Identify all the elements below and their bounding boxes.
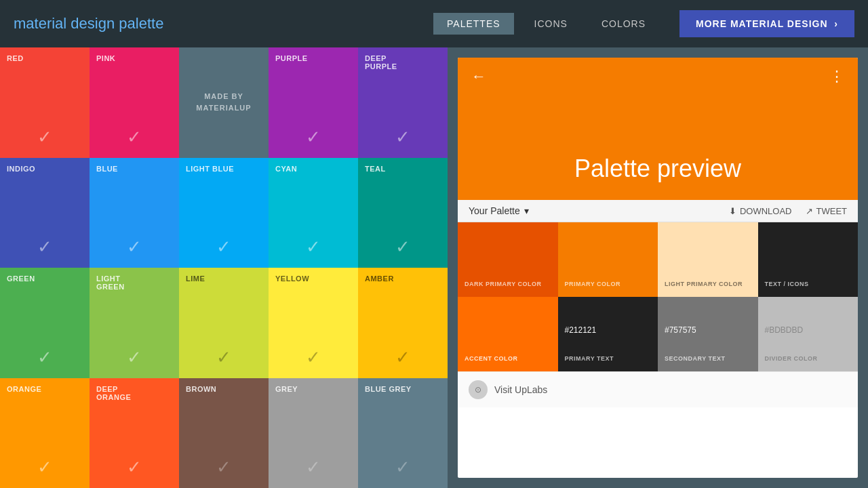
- color-light-green[interactable]: LIGHTGREEN ✓: [90, 268, 179, 378]
- visit-uplabs[interactable]: ⊙ Visit UpLabs: [458, 371, 858, 407]
- color-brown[interactable]: BROWN ✓: [179, 378, 269, 489]
- color-blue-grey[interactable]: BLUE GREY ✓: [358, 378, 448, 489]
- back-icon[interactable]: ←: [471, 68, 486, 85]
- header: material design palette PALETTES ICONS C…: [0, 0, 868, 47]
- app-title: material design palette: [14, 15, 433, 33]
- swatch-primary-text[interactable]: #212121 PRIMARY TEXT: [558, 297, 658, 371]
- color-grey[interactable]: GREY ✓: [269, 378, 358, 489]
- title-plain: material design: [14, 15, 119, 32]
- swatches-row-2: ACCENT COLOR #212121 PRIMARY TEXT #75757…: [458, 297, 858, 371]
- preview-card: ← ⋮ Palette preview Your Palette ▾ ⬇ DOW…: [458, 58, 858, 478]
- color-red[interactable]: RED ✓: [0, 47, 90, 158]
- title-accent: palette: [119, 15, 163, 32]
- chevron-down-icon: ▾: [524, 205, 529, 216]
- main-content: RED ✓ PINK ✓ MADE BYMATERIALUP PURPLE ✓ …: [0, 47, 868, 488]
- toolbar-actions: ⬇ DOWNLOAD ↗ TWEET: [729, 206, 847, 216]
- uplabs-icon: ⊙: [469, 380, 488, 399]
- preview-header-row: ← ⋮: [471, 68, 844, 85]
- swatch-text-icons[interactable]: TEXT / ICONS: [758, 222, 859, 297]
- swatch-dark-primary[interactable]: DARK PRIMARY COLOR: [458, 222, 558, 297]
- color-light-blue[interactable]: LIGHT BLUE ✓: [179, 158, 269, 268]
- download-button[interactable]: ⬇ DOWNLOAD: [729, 206, 792, 216]
- color-orange[interactable]: ORANGE ✓: [0, 378, 90, 489]
- cta-button[interactable]: MORE MATERIAL DESIGN ›: [679, 10, 854, 37]
- color-deep-orange[interactable]: DEEPORANGE ✓: [90, 378, 179, 489]
- right-panel: ← ⋮ Palette preview Your Palette ▾ ⬇ DOW…: [448, 47, 868, 488]
- made-by-cell: MADE BYMATERIALUP: [179, 47, 269, 158]
- tweet-button[interactable]: ↗ TWEET: [806, 206, 848, 216]
- color-palette-grid: RED ✓ PINK ✓ MADE BYMATERIALUP PURPLE ✓ …: [0, 47, 448, 488]
- visit-uplabs-label: Visit UpLabs: [494, 384, 547, 395]
- preview-header: ← ⋮ Palette preview: [458, 58, 858, 200]
- color-cyan[interactable]: CYAN ✓: [269, 158, 358, 268]
- color-purple[interactable]: PURPLE ✓: [269, 47, 358, 158]
- swatch-primary[interactable]: PRIMARY COLOR: [558, 222, 658, 297]
- nav-buttons: PALETTES ICONS COLORS MORE MATERIAL DESI…: [433, 10, 854, 37]
- more-icon[interactable]: ⋮: [829, 68, 844, 85]
- share-icon: ↗: [806, 206, 813, 216]
- color-green[interactable]: GREEN ✓: [0, 268, 90, 378]
- preview-toolbar: Your Palette ▾ ⬇ DOWNLOAD ↗ TWEET: [458, 200, 858, 222]
- swatches-row-1: DARK PRIMARY COLOR PRIMARY COLOR LIGHT P…: [458, 222, 858, 297]
- color-blue[interactable]: BLUE ✓: [90, 158, 179, 268]
- swatch-secondary-text[interactable]: #757575 SECONDARY TEXT: [658, 297, 758, 371]
- palette-select[interactable]: Your Palette ▾: [469, 205, 529, 216]
- preview-title: Palette preview: [471, 141, 844, 190]
- color-indigo[interactable]: INDIGO ✓: [0, 158, 90, 268]
- nav-colors[interactable]: COLORS: [588, 13, 659, 35]
- nav-palettes[interactable]: PALETTES: [433, 13, 514, 35]
- nav-icons[interactable]: ICONS: [521, 13, 581, 35]
- color-pink[interactable]: PINK ✓: [90, 47, 179, 158]
- color-lime[interactable]: LIME ✓: [179, 268, 269, 378]
- color-deep-purple[interactable]: DEEPPURPLE ✓: [358, 47, 448, 158]
- palette-select-label: Your Palette: [469, 205, 520, 216]
- color-teal[interactable]: TEAL ✓: [358, 158, 448, 268]
- swatch-divider[interactable]: #BDBDBD DIVIDER COLOR: [758, 297, 859, 371]
- swatch-accent[interactable]: ACCENT COLOR: [458, 297, 558, 371]
- download-icon: ⬇: [729, 206, 736, 216]
- color-amber[interactable]: AMBER ✓: [358, 268, 448, 378]
- swatch-light-primary[interactable]: LIGHT PRIMARY COLOR: [658, 222, 758, 297]
- color-yellow[interactable]: YELLOW ✓: [269, 268, 358, 378]
